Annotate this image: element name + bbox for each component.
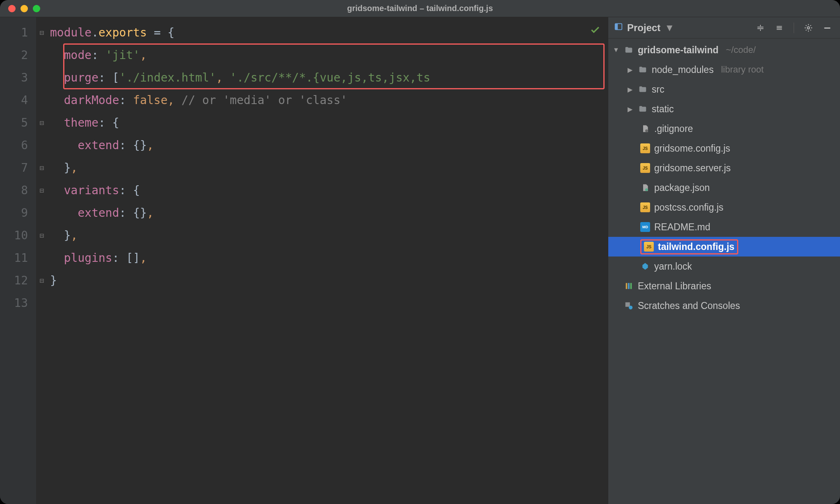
code-line: module.exports = { — [48, 21, 608, 44]
svg-point-5 — [645, 188, 648, 191]
tree-folder[interactable]: ▶ node_modules library root — [608, 60, 840, 79]
zoom-window-button[interactable] — [33, 5, 40, 12]
hide-panel-icon[interactable] — [820, 21, 834, 35]
minimize-window-button[interactable] — [21, 5, 28, 12]
tree-file[interactable]: gridsome.server.js — [608, 158, 840, 178]
svg-point-10 — [629, 306, 632, 309]
svg-point-4 — [645, 129, 648, 132]
line-number: 3 — [0, 66, 36, 89]
project-toolbar: Project ▼ — [608, 17, 840, 39]
tree-root-path: ~/code/ — [726, 45, 756, 55]
chevron-down-icon[interactable]: ▼ — [612, 46, 620, 54]
code-line: extend: {}, — [48, 134, 608, 157]
editor-pane[interactable]: 1 2 3 4 5 6 7 8 9 10 11 12 13 ⊟ ⊟ ⊟ — [0, 17, 608, 504]
fold-close-icon[interactable]: ⊟ — [36, 157, 48, 179]
code-line: darkMode: false, // or 'media' or 'class… — [48, 89, 608, 111]
code-line: variants: { — [48, 179, 608, 202]
svg-rect-9 — [625, 302, 630, 307]
svg-rect-7 — [628, 283, 630, 289]
tree-item-label: node_modules — [652, 64, 714, 75]
tree-scratches[interactable]: Scratches and Consoles — [608, 296, 840, 316]
collapse-all-icon[interactable] — [772, 21, 786, 35]
svg-rect-6 — [626, 283, 628, 289]
tree-item-label: gridsome.config.js — [654, 143, 730, 154]
code-line: mode: 'jit', — [48, 44, 608, 66]
tree-root[interactable]: ▼ gridsome-tailwind ~/code/ — [608, 40, 840, 60]
tree-root-label: gridsome-tailwind — [638, 45, 719, 56]
project-sidebar: Project ▼ — [608, 17, 840, 504]
line-number: 11 — [0, 247, 36, 269]
code-line: theme: { — [48, 111, 608, 134]
tree-file[interactable]: gridsome.config.js — [608, 138, 840, 158]
annotation-box-tree: tailwind.config.js — [640, 239, 738, 254]
project-tree[interactable]: ▼ gridsome-tailwind ~/code/ ▶ node_modul… — [608, 39, 840, 504]
code-line: }, — [48, 224, 608, 247]
separator — [794, 23, 794, 33]
svg-rect-3 — [824, 27, 831, 29]
ide-window: gridsome-tailwind – tailwind.config.js 1… — [0, 0, 840, 504]
tree-item-label: src — [652, 84, 664, 95]
tree-file[interactable]: .gitignore — [608, 119, 840, 138]
tree-folder[interactable]: ▶ src — [608, 79, 840, 99]
line-number: 13 — [0, 292, 36, 314]
settings-gear-icon[interactable] — [801, 21, 815, 35]
line-number: 5 — [0, 111, 36, 134]
window-controls — [0, 5, 40, 12]
tree-file-selected[interactable]: tailwind.config.js — [608, 237, 840, 257]
folder-icon — [638, 65, 648, 75]
tree-item-label: static — [652, 104, 674, 115]
titlebar: gridsome-tailwind – tailwind.config.js — [0, 0, 840, 17]
inspection-ok-icon[interactable] — [590, 25, 600, 38]
code-line — [48, 292, 608, 314]
md-file-icon — [640, 222, 650, 232]
line-number: 4 — [0, 89, 36, 111]
file-icon — [640, 124, 650, 134]
chevron-right-icon[interactable]: ▶ — [626, 86, 634, 93]
library-icon — [624, 281, 634, 291]
fold-close-icon[interactable]: ⊟ — [36, 269, 48, 292]
fold-gutter: ⊟ ⊟ ⊟ ⊟ ⊟ ⊟ — [36, 17, 48, 504]
chevron-right-icon[interactable]: ▶ — [626, 105, 634, 113]
code-line: purge: ['./index.html', './src/**/*.{vue… — [48, 66, 608, 89]
close-window-button[interactable] — [8, 5, 16, 12]
line-number: 8 — [0, 179, 36, 202]
fold-toggle-icon[interactable]: ⊟ — [36, 21, 48, 44]
lock-file-icon — [640, 261, 650, 271]
fold-toggle-icon[interactable]: ⊟ — [36, 111, 48, 134]
tree-file[interactable]: README.md — [608, 217, 840, 237]
tree-item-label: tailwind.config.js — [658, 241, 735, 252]
project-view-selector[interactable]: Project ▼ — [614, 22, 674, 34]
chevron-down-icon: ▼ — [664, 22, 674, 34]
tree-item-label: gridsome.server.js — [654, 163, 731, 174]
scroll-from-source-icon[interactable] — [753, 21, 767, 35]
tree-item-label: External Libraries — [638, 281, 711, 292]
line-number: 2 — [0, 44, 36, 66]
tree-file[interactable]: postcss.config.js — [608, 198, 840, 217]
code-area[interactable]: module.exports = { mode: 'jit', purge: [… — [48, 17, 608, 504]
fold-close-icon[interactable]: ⊟ — [36, 224, 48, 247]
js-file-icon — [640, 163, 650, 173]
file-icon — [640, 183, 650, 193]
line-number: 12 — [0, 269, 36, 292]
line-number: 1 — [0, 21, 36, 44]
folder-icon — [638, 84, 648, 94]
tree-file[interactable]: package.json — [608, 178, 840, 198]
fold-toggle-icon[interactable]: ⊟ — [36, 179, 48, 202]
line-number-gutter: 1 2 3 4 5 6 7 8 9 10 11 12 13 — [0, 17, 36, 504]
project-view-label: Project — [627, 22, 660, 34]
tree-file[interactable]: yarn.lock — [608, 257, 840, 276]
js-file-icon — [640, 143, 650, 153]
chevron-right-icon[interactable]: ▶ — [626, 66, 634, 74]
scratch-icon — [624, 301, 634, 311]
project-icon — [614, 22, 623, 34]
tree-item-label: yarn.lock — [654, 261, 692, 272]
tree-external-libraries[interactable]: External Libraries — [608, 276, 840, 296]
tree-item-label: Scratches and Consoles — [638, 300, 740, 311]
code-line: } — [48, 269, 608, 292]
tree-folder[interactable]: ▶ static — [608, 99, 840, 119]
folder-icon — [638, 104, 648, 114]
tree-item-note: library root — [721, 64, 764, 75]
svg-rect-1 — [615, 23, 618, 30]
code-line: plugins: [], — [48, 247, 608, 269]
tree-item-label: README.md — [654, 222, 710, 233]
